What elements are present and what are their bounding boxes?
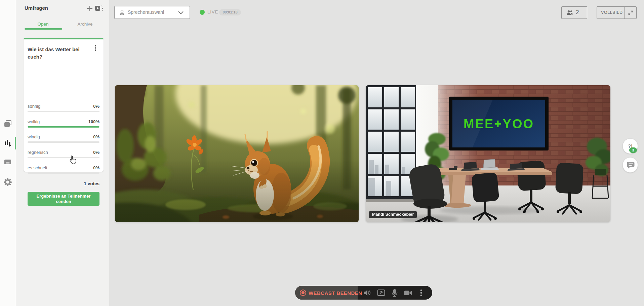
send-results-button[interactable]: Ergebnisse an Teilnehmer senden bbox=[28, 192, 99, 206]
poll-card-accent bbox=[24, 38, 104, 39]
camera-button[interactable] bbox=[403, 288, 413, 298]
qa-unread-badge: 3 bbox=[629, 147, 637, 153]
participants-button[interactable]: 2 bbox=[561, 6, 587, 19]
button-divider bbox=[625, 7, 625, 19]
tab-open-label: Open bbox=[37, 22, 48, 27]
active-tab-underline bbox=[25, 28, 62, 30]
record-dot-icon bbox=[299, 289, 307, 296]
poll-menu-icon[interactable] bbox=[91, 43, 99, 53]
speaker-select-value: Sprecherauswahl bbox=[128, 9, 164, 15]
fullscreen-button[interactable]: VOLLBILD bbox=[597, 6, 637, 19]
more-options-button[interactable] bbox=[416, 288, 426, 298]
end-webcast-label: WEBCAST BEENDEN bbox=[309, 290, 362, 296]
poll-card: Wie ist das Wetter bei euch? sonnig 0% w… bbox=[24, 38, 104, 172]
participants-icon bbox=[566, 9, 573, 16]
tab-archive-label: Archive bbox=[77, 22, 92, 27]
mouse-cursor-pointer bbox=[69, 155, 77, 165]
stage-video-forest-squirrel bbox=[115, 85, 359, 222]
screen-share-button[interactable] bbox=[376, 288, 386, 298]
poll-option-pct: 0% bbox=[28, 104, 99, 109]
settings-gear-icon[interactable] bbox=[3, 178, 12, 186]
present-poll-popout-icon[interactable] bbox=[95, 5, 104, 12]
media-panel-icon[interactable] bbox=[3, 158, 12, 166]
poll-option-bar bbox=[28, 126, 99, 128]
live-timer: 00:01:13 bbox=[219, 9, 241, 15]
tab-open[interactable]: Open bbox=[25, 22, 62, 27]
poll-votes-count: 1 votes bbox=[28, 181, 99, 186]
slides-icon[interactable] bbox=[3, 120, 12, 128]
chat-bubble-icon bbox=[623, 158, 638, 172]
poll-option-bar bbox=[28, 141, 99, 143]
presenter-name-tag: Mandi Schmeckebier bbox=[369, 211, 417, 218]
end-webcast-button[interactable]: WEBCAST BEENDEN bbox=[295, 286, 358, 300]
participants-count: 2 bbox=[576, 9, 579, 16]
left-rail bbox=[0, 0, 16, 306]
poll-option-pct: 0% bbox=[28, 150, 99, 155]
speaker-person-icon bbox=[119, 9, 125, 16]
meetyoo-screen-logo: MEE+YOO bbox=[464, 117, 534, 131]
webcast-studio: { "colors":{"accent_green":"#5cb870","bu… bbox=[0, 0, 644, 306]
expand-icon bbox=[628, 10, 633, 15]
chevron-down-icon bbox=[178, 11, 184, 14]
poll-option-bar bbox=[28, 157, 99, 158]
speaker-volume-button[interactable] bbox=[362, 288, 372, 298]
chat-button[interactable] bbox=[622, 157, 638, 173]
fullscreen-label: VOLLBILD bbox=[601, 10, 623, 15]
stage-video-presenter-room: MEE+YOO bbox=[366, 85, 610, 222]
panel-title: Umfragen bbox=[25, 5, 48, 11]
poll-option-bar bbox=[28, 172, 99, 174]
rail-active-indicator bbox=[15, 137, 16, 149]
tab-archive[interactable]: Archive bbox=[67, 22, 104, 27]
speaker-select-dropdown[interactable]: Sprecherauswahl bbox=[114, 6, 190, 19]
live-label: LIVE bbox=[207, 9, 218, 14]
poll-question: Wie ist das Wetter bei euch? bbox=[28, 46, 90, 61]
poll-chart-icon[interactable] bbox=[3, 139, 12, 147]
microphone-button[interactable] bbox=[390, 288, 399, 298]
poll-option-bar bbox=[28, 111, 99, 112]
poll-option-pct: 0% bbox=[28, 165, 99, 170]
poll-option-pct: 0% bbox=[28, 134, 99, 139]
poll-option-pct: 100% bbox=[28, 119, 99, 124]
add-poll-icon[interactable] bbox=[86, 5, 93, 12]
live-status-dot bbox=[200, 10, 205, 15]
polls-panel: Umfragen Open Archive Wie ist das Wetter… bbox=[16, 0, 109, 306]
webcast-control-bar: WEBCAST BEENDEN bbox=[295, 286, 432, 300]
